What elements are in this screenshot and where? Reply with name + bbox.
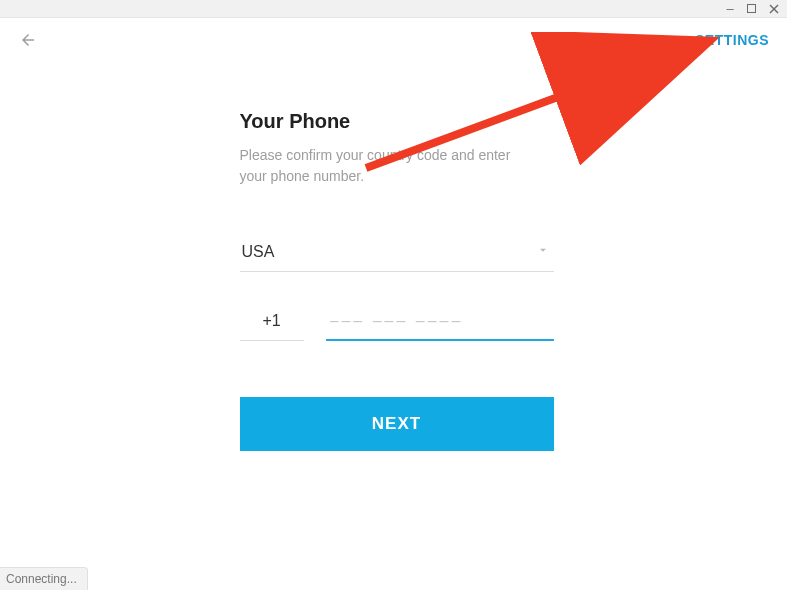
page-title: Your Phone: [240, 110, 554, 133]
top-bar: SETTINGS: [0, 18, 787, 62]
back-arrow-icon: [19, 31, 37, 49]
country-select[interactable]: USA: [240, 243, 554, 272]
phone-input-row: [240, 306, 554, 341]
minimize-icon: –: [726, 2, 733, 15]
back-button[interactable]: [18, 30, 38, 50]
window-titlebar: –: [0, 0, 787, 18]
next-button[interactable]: NEXT: [240, 397, 554, 451]
window-maximize-button[interactable]: [745, 2, 759, 16]
window-minimize-button[interactable]: –: [723, 2, 737, 16]
window-close-button[interactable]: [767, 2, 781, 16]
maximize-icon: [747, 4, 757, 14]
country-selected-label: USA: [242, 243, 275, 261]
settings-link[interactable]: SETTINGS: [695, 32, 769, 48]
close-icon: [769, 4, 779, 14]
login-panel: Your Phone Please confirm your country c…: [234, 110, 554, 451]
svg-rect-0: [748, 4, 756, 12]
connection-status: Connecting...: [0, 567, 88, 590]
country-code-input[interactable]: [240, 306, 304, 341]
chevron-down-icon: [536, 243, 550, 261]
phone-number-input[interactable]: [326, 306, 554, 341]
page-subtext: Please confirm your country code and ent…: [240, 145, 530, 187]
